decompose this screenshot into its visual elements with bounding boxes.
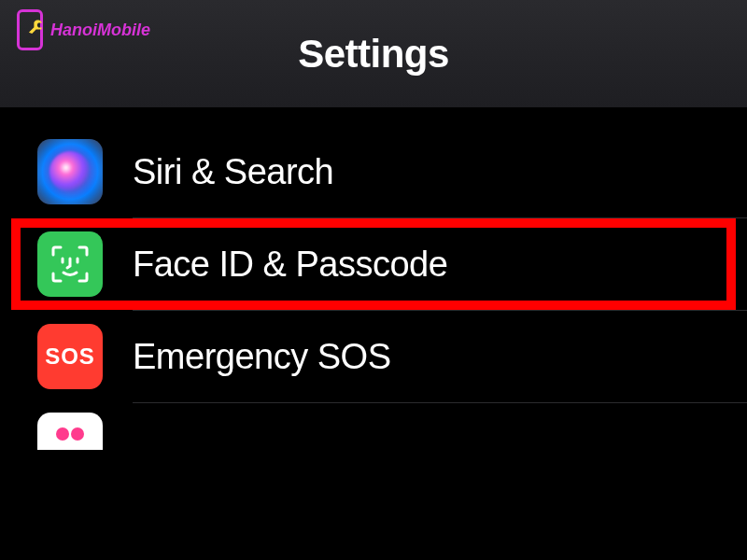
row-label: Emergency SOS — [133, 337, 391, 377]
faceid-icon — [37, 231, 103, 297]
settings-row-faceid[interactable]: Face ID & Passcode — [0, 218, 747, 310]
svg-point-2 — [56, 427, 69, 441]
row-label: Siri & Search — [133, 152, 333, 192]
settings-list: Siri & Search Face ID & Passcode — [0, 107, 747, 450]
row-label: Face ID & Passcode — [133, 245, 447, 285]
watermark-phone-icon — [13, 7, 47, 52]
sos-icon-text: SOS — [45, 343, 95, 370]
wrench-icon — [22, 19, 45, 41]
settings-row-siri[interactable]: Siri & Search — [0, 126, 747, 217]
siri-icon — [37, 139, 103, 204]
watermark-logo: HanoiMobile — [13, 7, 150, 52]
page-title: Settings — [298, 32, 449, 77]
watermark-text: HanoiMobile — [50, 21, 150, 40]
sos-icon: SOS — [37, 324, 103, 389]
svg-point-3 — [71, 427, 84, 441]
settings-row-emergency-sos[interactable]: SOS Emergency SOS — [0, 311, 747, 402]
partial-icon — [37, 413, 103, 450]
settings-row-partial[interactable] — [0, 403, 747, 450]
